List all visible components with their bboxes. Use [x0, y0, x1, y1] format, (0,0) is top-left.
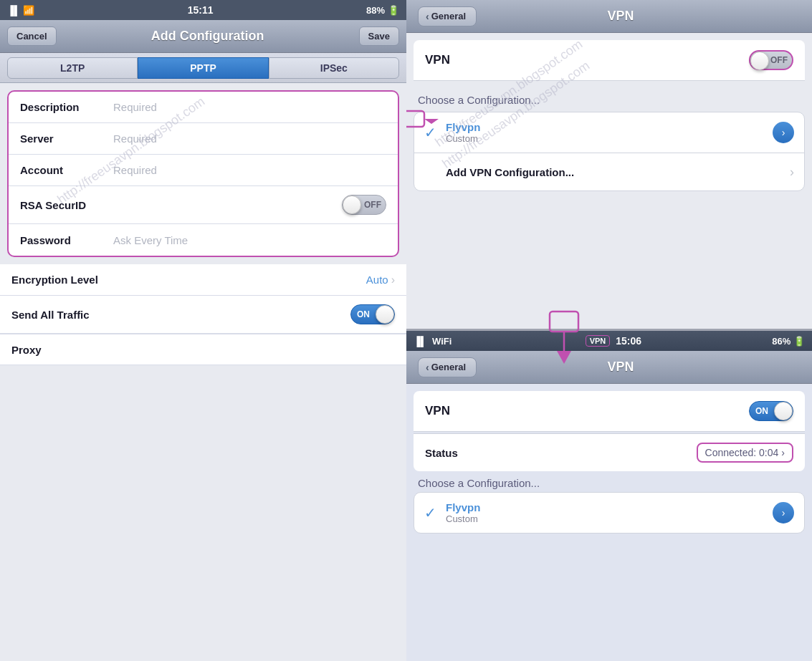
flyvpn-bottom-info: Flyvpn Custom — [446, 501, 773, 524]
left-battery-info: 88% 🔋 — [366, 5, 399, 16]
rsa-label: RSA SecurID — [20, 199, 113, 211]
tab-l2tp[interactable]: L2TP — [7, 57, 138, 79]
right-top-section: ‹ General VPN VPN OFF Choose a Configur — [406, 0, 812, 331]
right-panel: ‹ General VPN VPN OFF Choose a Configur — [406, 0, 812, 661]
right-top-nav-bar: ‹ General VPN — [406, 0, 812, 33]
send-all-traffic-toggle[interactable]: ON — [350, 304, 395, 324]
right-bottom-nav-bar: ‹ General VPN — [406, 351, 812, 384]
server-input[interactable]: Required — [113, 132, 386, 145]
encryption-value: Auto — [105, 274, 388, 286]
flyvpn-bottom-detail-button[interactable]: › — [773, 502, 794, 524]
bottom-wifi-icon: WiFi — [432, 336, 452, 347]
bottom-back-label: General — [431, 362, 466, 372]
config-item-flyvpn-bottom[interactable]: ✓ Flyvpn Custom › — [414, 493, 804, 533]
description-input[interactable]: Required — [113, 101, 386, 113]
password-input[interactable]: Ask Every Time — [113, 234, 386, 246]
rsa-toggle-knob — [343, 196, 361, 214]
right-bottom-vpn-toggle[interactable]: ON — [749, 401, 793, 421]
right-top-vpn-label: VPN — [425, 53, 749, 67]
bottom-signal: ▐▌ WiFi — [414, 336, 452, 347]
proxy-row: Proxy — [0, 334, 406, 365]
encryption-level-row: Encryption Level Auto › — [0, 264, 406, 296]
flyvpn-bottom-name: Flyvpn — [446, 501, 773, 513]
right-top-config-list: ✓ Flyvpn Custom › ✓ Add VPN Configuratio… — [414, 112, 805, 191]
rsa-toggle[interactable]: OFF — [342, 195, 386, 215]
right-bottom-config-header: Choose a Configuration... — [406, 471, 812, 492]
flyvpn-detail-button[interactable]: › — [773, 122, 794, 143]
right-top-vpn-row: VPN OFF — [414, 40, 805, 81]
wifi-icon: 📶 — [23, 5, 34, 16]
right-top-back-button[interactable]: ‹ General — [418, 6, 477, 26]
flyvpn-name: Flyvpn — [446, 121, 773, 133]
right-bottom-title: VPN — [484, 360, 758, 375]
right-bottom-vpn-row: VPN ON — [414, 391, 805, 432]
right-bottom-status-bar: ▐▌ WiFi VPN 15:06 86% 🔋 — [406, 331, 812, 351]
flyvpn-bottom-check-icon: ✓ — [424, 504, 446, 521]
bottom-time: 15:06 — [616, 335, 641, 347]
account-label: Account — [20, 164, 113, 176]
form-row-password: Password Ask Every Time — [9, 224, 398, 256]
page-title: Add Configuration — [151, 29, 264, 44]
connected-text: Connected: 0:04 — [705, 447, 779, 458]
config-item-flyvpn[interactable]: ✓ Flyvpn Custom › — [414, 112, 804, 153]
proxy-label: Proxy — [11, 344, 105, 356]
send-all-traffic-knob — [376, 305, 394, 324]
tab-pptp[interactable]: PPTP — [138, 57, 268, 79]
add-vpn-name: Add VPN Configuration... — [446, 166, 787, 178]
config-item-add-vpn[interactable]: ✓ Add VPN Configuration... › — [414, 153, 804, 190]
right-bottom-vpn-knob — [774, 402, 793, 420]
form-row-account: Account Required — [9, 155, 398, 186]
send-all-traffic-row: Send All Traffic ON — [0, 296, 406, 334]
right-bottom-config-list: ✓ Flyvpn Custom › — [414, 492, 805, 534]
server-label: Server — [20, 132, 113, 145]
left-signal-icons: ▐▌ 📶 — [7, 5, 34, 16]
form-row-server: Server Required — [9, 123, 398, 155]
vpn-badge: VPN — [586, 335, 611, 347]
encryption-label: Encryption Level — [11, 274, 105, 286]
send-all-traffic-label: Send All Traffic — [11, 309, 105, 321]
battery-icon: 🔋 — [388, 5, 399, 16]
save-button[interactable]: Save — [359, 26, 399, 46]
account-input[interactable]: Required — [113, 164, 386, 176]
flyvpn-bottom-sub: Custom — [446, 513, 773, 524]
encryption-chevron[interactable]: › — [391, 274, 395, 286]
right-top-vpn-toggle[interactable]: OFF — [749, 50, 793, 70]
back-chevron-bottom-icon: ‹ — [426, 362, 429, 373]
send-all-traffic-toggle-label: ON — [357, 309, 370, 319]
battery-percent: 88% — [366, 5, 385, 16]
status-label: Status — [425, 447, 697, 459]
back-label: General — [431, 11, 466, 21]
right-bottom-back-button[interactable]: ‹ General — [418, 357, 477, 377]
signal-icon: ▐▌ — [7, 5, 20, 16]
left-time: 15:11 — [188, 4, 214, 16]
right-top-vpn-container: VPN OFF — [414, 40, 805, 81]
password-label: Password — [20, 234, 113, 246]
status-connected-badge: Connected: 0:04 › — [697, 443, 793, 463]
svg-rect-2 — [550, 312, 578, 332]
flyvpn-sub: Custom — [446, 133, 773, 144]
form-row-description: Description Required — [9, 92, 398, 123]
form-row-rsa: RSA SecurID OFF — [9, 186, 398, 224]
bottom-battery-icon: 🔋 — [793, 336, 805, 347]
right-top-vpn-knob — [750, 52, 769, 70]
flyvpn-check-icon: ✓ — [424, 124, 446, 141]
right-bottom-status-row: Status Connected: 0:04 › — [414, 433, 805, 471]
tab-ipsec[interactable]: IPSec — [269, 57, 399, 79]
cancel-button[interactable]: Cancel — [7, 26, 57, 46]
right-top-config-header: Choose a Configuration... — [406, 88, 812, 109]
protocol-tab-bar: L2TP PPTP IPSec — [0, 53, 406, 83]
add-vpn-chevron: › — [790, 165, 794, 180]
left-panel: ▐▌ 📶 15:11 88% 🔋 Cancel Add Configuratio… — [0, 0, 406, 661]
left-nav-bar: Cancel Add Configuration Save — [0, 20, 406, 53]
left-status-bar: ▐▌ 📶 15:11 88% 🔋 — [0, 0, 406, 20]
right-bottom-section: ▐▌ WiFi VPN 15:06 86% 🔋 ‹ General VPN VP… — [406, 331, 812, 661]
connected-chevron: › — [781, 447, 785, 458]
rsa-toggle-label: OFF — [364, 200, 381, 210]
right-top-title: VPN — [484, 9, 758, 24]
description-label: Description — [20, 101, 113, 113]
form-section: Description Required Server Required Acc… — [7, 90, 399, 257]
right-bottom-vpn-label: VPN — [425, 404, 749, 418]
add-vpn-info: Add VPN Configuration... — [446, 166, 787, 178]
bottom-signal-icon: ▐▌ — [414, 336, 426, 347]
flyvpn-info: Flyvpn Custom — [446, 121, 773, 144]
